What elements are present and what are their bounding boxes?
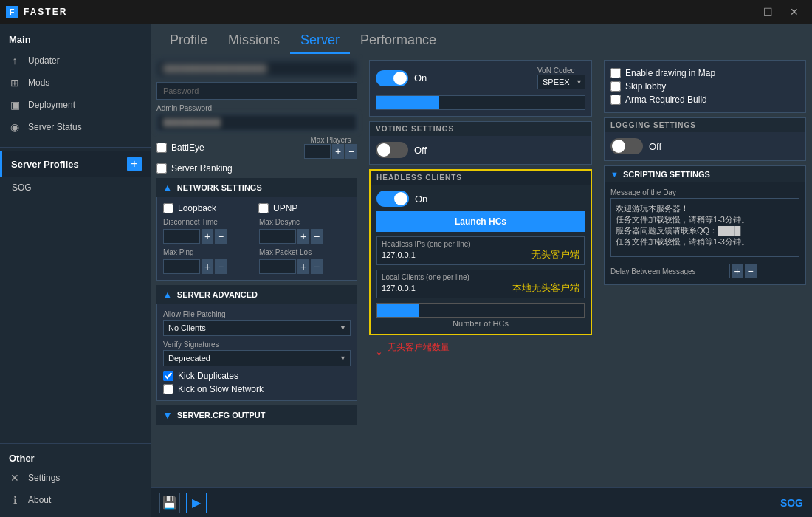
server-ranking-checkbox[interactable]	[156, 163, 167, 174]
delay-increment[interactable]: +	[732, 264, 743, 278]
mods-icon: ⊞	[9, 77, 21, 89]
tab-profile[interactable]: Profile	[159, 28, 218, 54]
delay-input[interactable]: 3	[701, 264, 730, 278]
hc-toggle-thumb	[394, 192, 407, 205]
server-advanced-content: Allow File Patching No Clients Clients A…	[156, 304, 357, 401]
voip-select-wrapper: SPEEX OPUS	[537, 75, 585, 89]
titlebar-controls: — ☐ ✕	[729, 3, 806, 21]
max-ping-increment[interactable]: +	[202, 259, 213, 274]
enable-drawing-row: Enable drawing in Map	[610, 66, 799, 80]
deployment-label: Deployment	[28, 100, 75, 110]
verify-signatures-select[interactable]: Deprecated Reject	[163, 350, 351, 366]
max-players-increment[interactable]: +	[332, 144, 344, 159]
hc-ip-label: Headless IPs (one per line)	[382, 240, 579, 248]
hc-slider-area: Number of HCs	[376, 303, 585, 328]
loopback-label: Loopback	[178, 203, 216, 213]
max-desync-increment[interactable]: +	[297, 229, 309, 244]
tab-server[interactable]: Server	[290, 28, 350, 54]
sidebar-item-deployment[interactable]: ▣ Deployment	[0, 94, 151, 116]
server-cfg-chevron-icon: ▼	[162, 409, 173, 421]
main-layout: Main ↑ Updater ⊞ Mods ▣ Deployment ◉ Ser…	[0, 24, 812, 517]
skip-lobby-checkbox[interactable]	[610, 81, 621, 92]
save-button[interactable]: 💾	[159, 493, 180, 513]
disconnect-time-input[interactable]: 90	[163, 229, 200, 244]
max-packet-loss-label: Max Packet Los	[259, 248, 351, 256]
local-clients-row: 127.0.0.1 本地无头客户端	[382, 281, 579, 295]
max-desync-input[interactable]: 150	[259, 229, 296, 244]
max-ping-stepper: 200 + −	[163, 259, 255, 274]
logging-toggle[interactable]	[610, 138, 643, 154]
minimize-button[interactable]: —	[729, 3, 753, 21]
max-players-input[interactable]: 12	[304, 144, 331, 159]
local-clients-area: Local Clients (one per line) 127.0.0.1 本…	[376, 270, 585, 298]
server-profiles-label: Server Profiles	[11, 159, 79, 170]
logging-settings-body: Off	[605, 132, 805, 160]
loopback-checkbox[interactable]	[163, 203, 173, 213]
other-section-label: Other	[0, 450, 151, 467]
admin-password-input[interactable]	[156, 114, 357, 131]
voting-off-label: Off	[414, 145, 427, 156]
arma-required-checkbox[interactable]	[610, 95, 621, 105]
close-button[interactable]: ✕	[782, 3, 806, 21]
sidebar: Main ↑ Updater ⊞ Mods ▣ Deployment ◉ Ser…	[0, 24, 151, 517]
add-profile-button[interactable]: +	[127, 157, 142, 171]
max-players-decrement[interactable]: −	[345, 144, 357, 159]
password-input[interactable]	[156, 82, 357, 100]
server-advanced-label: SERVER ADVANCED	[177, 290, 258, 299]
disconnect-time-increment[interactable]: +	[202, 229, 213, 244]
sidebar-item-settings[interactable]: ✕ Settings	[0, 467, 151, 489]
max-packet-loss-input[interactable]: 50	[259, 259, 296, 274]
max-packet-loss-decrement[interactable]: −	[311, 259, 323, 274]
hc-body: On Launch HCs Headless IPs (one per line…	[371, 185, 591, 334]
logging-toggle-row: Off	[610, 138, 799, 154]
server-profiles-section: Server Profiles + SOG	[0, 151, 151, 198]
enable-drawing-checkbox[interactable]	[610, 68, 621, 78]
sidebar-item-server-status[interactable]: ◉ Server Status	[0, 116, 151, 138]
kick-duplicates-checkbox[interactable]	[163, 371, 173, 381]
launch-hc-button[interactable]: Launch HCs	[376, 211, 585, 232]
max-desync-decrement[interactable]: −	[311, 229, 323, 244]
allow-file-patching-select[interactable]: No Clients Clients All	[163, 320, 351, 336]
disconnect-time-decrement[interactable]: −	[215, 229, 227, 244]
tab-missions[interactable]: Missions	[218, 28, 290, 54]
voting-toggle[interactable]	[376, 142, 408, 158]
loopback-row: Loopback	[163, 203, 255, 213]
sidebar-item-updater[interactable]: ↑ Updater	[0, 49, 151, 72]
allow-file-patching-label: Allow File Patching	[163, 310, 351, 318]
voip-toggle[interactable]	[376, 70, 408, 86]
middle-panel: On VoN Codec SPEEX OPUS	[363, 54, 598, 487]
max-ping-input[interactable]: 200	[163, 259, 200, 274]
server-advanced-chevron-icon: ▲	[162, 289, 173, 301]
logging-settings-header: LOGGING SETTINGS	[605, 118, 805, 132]
mods-label: Mods	[28, 78, 49, 88]
max-packet-loss-increment[interactable]: +	[297, 259, 309, 274]
maximize-button[interactable]: ☐	[756, 3, 780, 21]
voip-select[interactable]: SPEEX OPUS	[537, 75, 585, 89]
profile-item-sog[interactable]: SOG	[0, 177, 151, 198]
hc-ip-row: 127.0.0.1 无头客户端	[382, 248, 579, 261]
hc-number-label: Number of HCs	[376, 319, 585, 328]
tab-performance[interactable]: Performance	[350, 28, 447, 54]
max-packet-loss-stepper: 50 + −	[259, 259, 351, 274]
max-ping-decrement[interactable]: −	[215, 259, 227, 274]
hc-slider[interactable]	[376, 303, 585, 318]
hc-toggle[interactable]	[376, 191, 409, 207]
skip-lobby-row: Skip lobby	[610, 80, 799, 93]
delay-decrement[interactable]: −	[745, 264, 757, 278]
voting-settings-header: VOTING SETTINGS	[370, 122, 591, 136]
battleye-checkbox[interactable]	[156, 143, 167, 153]
motd-textarea[interactable]: 欢迎游玩本服务器！ 任务文件加载较慢，请稍等1-3分钟。 服务器问题反馈请联系Q…	[610, 198, 799, 257]
network-settings-header: ▲ NETWORK SETTINGS	[156, 178, 357, 197]
app-icon: F	[6, 6, 18, 18]
play-button[interactable]: ▶	[186, 493, 207, 513]
server-cfg-section: ▼ SERVER.CFG OUTPUT	[156, 405, 357, 425]
max-desync-group: Max Desync 150 + −	[259, 218, 351, 244]
sidebar-item-about[interactable]: ℹ About	[0, 489, 151, 511]
upnp-checkbox[interactable]	[258, 203, 269, 213]
arrow-chinese-label: 无头客户端数量	[388, 341, 450, 354]
server-hostname-input[interactable]	[156, 60, 357, 78]
sidebar-item-mods[interactable]: ⊞ Mods	[0, 72, 151, 94]
kick-slow-network-checkbox[interactable]	[163, 384, 173, 394]
battleye-label: BattlEye	[171, 143, 204, 153]
voip-slider[interactable]	[376, 95, 585, 110]
